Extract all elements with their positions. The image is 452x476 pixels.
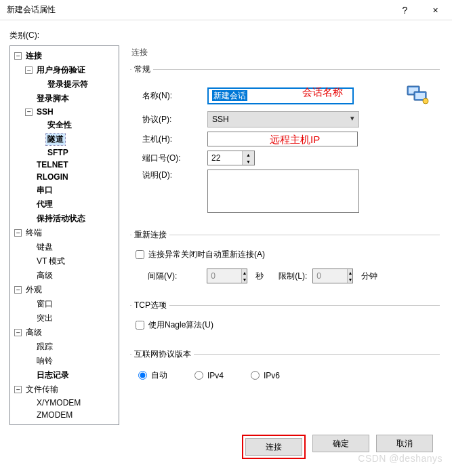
limit-field	[313, 269, 347, 283]
spin-down-icon: ▼	[348, 276, 352, 283]
tree-item-keyboard[interactable]: 键盘	[24, 240, 119, 254]
tree-item-login-script[interactable]: 登录脚本	[24, 92, 119, 106]
desc-label: 说明(D):	[134, 170, 202, 181]
radio-auto[interactable]: 自动	[138, 370, 167, 381]
interval-label: 间隔(V):	[148, 271, 177, 282]
protocol-label: 协议(P):	[134, 114, 202, 125]
annotation-name: 会话名称	[302, 86, 343, 99]
group-tcp-legend: TCP选项	[131, 300, 169, 311]
tree-item-bell[interactable]: 响铃	[24, 354, 119, 368]
radio-ipv4[interactable]: IPv4	[194, 370, 224, 381]
tree-item-keep-alive[interactable]: 保持活动状态	[24, 212, 119, 226]
interval-unit: 秒	[255, 271, 264, 282]
interval-stepper: ▲▼	[207, 269, 247, 283]
close-button[interactable]: ×	[420, 0, 451, 20]
tree-item-sftp[interactable]: SFTP	[35, 146, 119, 159]
name-label: 名称(N):	[134, 90, 202, 102]
tree-item-telnet[interactable]: TELNET	[24, 159, 119, 171]
computers-icon	[406, 85, 429, 107]
limit-stepper: ▲▼	[312, 269, 353, 283]
limit-label: 限制(L):	[279, 271, 307, 282]
tree-item-rlogin[interactable]: RLOGIN	[24, 171, 119, 183]
group-general-legend: 常规	[131, 64, 153, 75]
dialog-footer: 连接 确定 取消	[9, 425, 443, 466]
tree-item-appearance[interactable]: −外观	[13, 283, 119, 297]
auto-reconnect-label: 连接异常关闭时自动重新连接(A)	[148, 249, 265, 260]
tree-item-serial[interactable]: 串口	[24, 183, 119, 197]
spin-down-icon[interactable]: ▼	[243, 158, 254, 165]
tree-item-vt-mode[interactable]: VT 模式	[24, 254, 119, 269]
titlebar: 新建会话属性 ? ×	[0, 0, 452, 20]
port-stepper[interactable]: ▲▼	[207, 151, 255, 165]
tree-item-zmodem[interactable]: ZMODEM	[24, 409, 119, 421]
spin-down-icon: ▼	[242, 276, 247, 283]
tree-item-login-prompt[interactable]: 登录提示符	[35, 77, 119, 92]
group-reconnect-legend: 重新连接	[131, 229, 169, 241]
spin-up-icon: ▲	[242, 269, 247, 276]
limit-unit: 分钟	[361, 271, 377, 282]
tree-item-proxy[interactable]: 代理	[24, 197, 119, 212]
nagle-checkbox[interactable]	[136, 321, 144, 330]
tree-item-terminal[interactable]: −终端	[13, 226, 119, 240]
panel-title: 连接	[127, 45, 443, 60]
category-label: 类别(C):	[9, 30, 443, 41]
group-reconnect: 重新连接 连接异常关闭时自动重新连接(A) 间隔(V): ▲▼ 秒 限制(L):	[130, 229, 440, 289]
collapse-icon[interactable]: −	[14, 286, 22, 294]
connect-button[interactable]: 连接	[245, 438, 302, 456]
port-label: 端口号(O):	[134, 153, 202, 164]
annotation-highlight: 连接	[242, 435, 306, 459]
tree-item-logging[interactable]: 日志记录	[24, 368, 119, 382]
description-field[interactable]	[207, 170, 359, 213]
cancel-button[interactable]: 取消	[376, 435, 433, 452]
tree-item-highlight[interactable]: 突出	[24, 311, 119, 325]
radio-ipv6[interactable]: IPv6	[251, 370, 280, 381]
tree-item-security[interactable]: 安全性	[35, 118, 119, 132]
tree-item-connection[interactable]: −连接	[13, 49, 119, 63]
svg-point-4	[423, 98, 428, 104]
tree-item-terminal-advanced[interactable]: 高级	[24, 269, 119, 283]
group-general: 常规 名称(N): 新建会话 会话名称	[130, 64, 440, 218]
auto-reconnect-checkbox[interactable]	[136, 250, 144, 259]
tree-item-tunnel[interactable]: 隧道	[35, 132, 119, 146]
tree-item-xymodem[interactable]: X/YMODEM	[24, 397, 119, 409]
tree-item-auth[interactable]: −用户身份验证	[24, 63, 119, 77]
group-ip-legend: 互联网协议版本	[131, 349, 194, 360]
collapse-icon[interactable]: −	[14, 386, 22, 393]
tree-item-advanced[interactable]: −高级	[13, 325, 119, 340]
svg-rect-3	[415, 93, 425, 99]
window-title: 新建会话属性	[7, 4, 390, 16]
protocol-select[interactable]: SSH	[207, 111, 359, 127]
help-button[interactable]: ?	[390, 0, 420, 20]
spin-up-icon[interactable]: ▲	[243, 151, 254, 158]
annotation-host: 远程主机IP	[270, 134, 320, 146]
host-label: 主机(H):	[134, 134, 202, 145]
spin-up-icon: ▲	[348, 269, 352, 276]
tree-item-trace[interactable]: 跟踪	[24, 340, 119, 354]
collapse-icon[interactable]: −	[14, 229, 22, 237]
tree-item-ssh[interactable]: −SSH	[24, 106, 119, 118]
group-tcp: TCP选项 使用Nagle算法(U)	[130, 300, 440, 338]
interval-field	[207, 269, 241, 283]
tree-item-file-transfer[interactable]: −文件传输	[13, 382, 119, 397]
collapse-icon[interactable]: −	[25, 66, 33, 74]
collapse-icon[interactable]: −	[25, 108, 33, 116]
group-ip: 互联网协议版本 自动 IPv4 IPv6	[130, 349, 440, 388]
port-field[interactable]	[208, 151, 242, 165]
tree-item-window[interactable]: 窗口	[24, 297, 119, 311]
category-tree[interactable]: −连接 −用户身份验证 登录提示符 登录脚本 −SSH 安全性 隧道 SFTP	[9, 45, 119, 425]
collapse-icon[interactable]: −	[14, 329, 22, 336]
ok-button[interactable]: 确定	[312, 435, 369, 452]
collapse-icon[interactable]: −	[14, 52, 22, 60]
nagle-label: 使用Nagle算法(U)	[148, 319, 213, 331]
